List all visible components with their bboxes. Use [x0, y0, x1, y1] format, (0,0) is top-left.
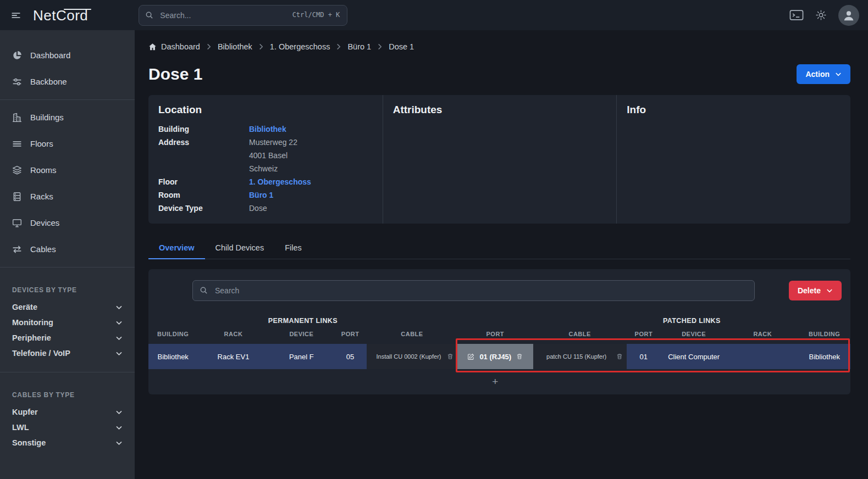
- sidebar-item-label: Dashboard: [30, 49, 70, 62]
- sidebar-item-devices[interactable]: Devices: [0, 210, 135, 236]
- add-patch-button[interactable]: +: [486, 374, 504, 389]
- cell-cable-left[interactable]: Install CU 0002 (Kupfer): [367, 344, 457, 369]
- chevron-down-icon: [826, 287, 833, 294]
- search-icon: [200, 286, 208, 294]
- sidebar-group-peripherie[interactable]: Peripherie: [0, 330, 135, 346]
- edit-icon[interactable]: [467, 353, 474, 360]
- sidebar-section-devices-by-type: DEVICES BY TYPE: [0, 272, 135, 299]
- col-building-right: BUILDING: [798, 326, 850, 344]
- sidebar-item-buildings[interactable]: Buildings: [0, 104, 135, 131]
- sidebar: Dashboard Backbone Buildings Floors R: [0, 30, 135, 479]
- building-link[interactable]: Bibliothek: [249, 122, 373, 136]
- sliders-icon: [12, 77, 22, 87]
- sidebar-item-label: Cables: [30, 243, 56, 256]
- sidebar-group-label: Telefonie / VoIP: [12, 349, 70, 358]
- breadcrumb-item-room[interactable]: Büro 1: [347, 42, 371, 51]
- trash-icon[interactable]: [616, 353, 623, 360]
- port-label: 01 (RJ45): [479, 353, 511, 361]
- col-cable-right: CABLE: [533, 326, 627, 344]
- attributes-panel: Attributes: [383, 95, 617, 224]
- chevron-down-icon: [115, 424, 123, 431]
- sidebar-item-floors[interactable]: Floors: [0, 131, 135, 157]
- sidebar-group-sonstige[interactable]: Sonstige: [0, 435, 135, 450]
- sidebar-item-cables[interactable]: Cables: [0, 236, 135, 263]
- cell-cable-right[interactable]: patch CU 115 (Kupfer): [533, 344, 627, 369]
- sidebar-group-label: Kupfer: [12, 408, 38, 416]
- action-button[interactable]: Action: [797, 64, 850, 84]
- chevron-right-icon: [335, 43, 342, 50]
- tab-overview[interactable]: Overview: [148, 238, 205, 259]
- topbar: NetCord Ctrl/CMD + K: [0, 0, 868, 30]
- global-search-input[interactable]: [139, 5, 347, 26]
- terminal-icon: [789, 9, 804, 21]
- sidebar-group-kupfer[interactable]: Kupfer: [0, 404, 135, 420]
- tab-files[interactable]: Files: [274, 238, 312, 259]
- cell-port-right: 01: [627, 344, 661, 369]
- room-label: Room: [158, 188, 249, 202]
- attributes-title: Attributes: [393, 104, 607, 116]
- sidebar-item-label: Buildings: [30, 111, 64, 124]
- address-label: Address: [158, 136, 249, 149]
- sidebar-item-racks[interactable]: Racks: [0, 183, 135, 210]
- cell-port-left: 05: [334, 344, 367, 369]
- group-permanent-links: PERMANENT LINKS: [148, 312, 457, 326]
- sidebar-group-geraete[interactable]: Geräte: [0, 299, 135, 315]
- brand-logo[interactable]: NetCord: [33, 8, 88, 23]
- tab-child-devices[interactable]: Child Devices: [205, 238, 275, 259]
- room-link[interactable]: Büro 1: [249, 188, 373, 202]
- monitor-icon: [12, 218, 22, 228]
- column-header-row: BUILDING RACK DEVICE PORT CABLE PORT CAB…: [148, 326, 850, 344]
- info-panel: Info: [616, 95, 850, 224]
- terminal-button[interactable]: [789, 9, 804, 21]
- info-title: Info: [627, 104, 841, 116]
- arrows-exchange-icon: [12, 244, 22, 254]
- sidebar-group-monitoring[interactable]: Monitoring: [0, 315, 135, 330]
- links-search-input[interactable]: [192, 280, 755, 301]
- page-title: Dose 1: [148, 65, 202, 83]
- breadcrumb-item-floor[interactable]: 1. Obergeschoss: [270, 42, 330, 51]
- breadcrumb-item-building[interactable]: Bibliothek: [218, 42, 252, 51]
- floor-label: Floor: [158, 175, 249, 188]
- tab-bar: Overview Child Devices Files: [148, 238, 850, 259]
- sidebar-item-backbone[interactable]: Backbone: [0, 69, 135, 95]
- location-title: Location: [158, 104, 373, 116]
- delete-button[interactable]: Delete: [789, 281, 842, 300]
- main-content: Dashboard Bibliothek 1. Obergeschoss Bür…: [135, 30, 868, 479]
- theme-toggle-button[interactable]: [816, 10, 826, 20]
- col-rack-right: RACK: [727, 326, 798, 344]
- sidebar-item-rooms[interactable]: Rooms: [0, 157, 135, 183]
- sidebar-toggle-button[interactable]: [7, 6, 25, 25]
- pie-chart-icon: [12, 51, 22, 60]
- trash-icon[interactable]: [516, 353, 523, 360]
- breadcrumb-item-dashboard[interactable]: Dashboard: [148, 42, 200, 51]
- cell-rack-left: Rack EV1: [197, 344, 269, 369]
- col-port-center: PORT: [457, 326, 533, 344]
- chevron-down-icon: [115, 335, 123, 342]
- page-header: Dose 1 Action: [148, 64, 850, 84]
- sidebar-group-telefonie[interactable]: Telefonie / VoIP: [0, 346, 135, 361]
- building-label: Building: [158, 122, 249, 136]
- chevron-right-icon: [377, 43, 383, 50]
- avatar[interactable]: [838, 5, 859, 26]
- list-icon: [12, 139, 22, 149]
- rack-icon: [12, 192, 22, 202]
- floor-link[interactable]: 1. Obergeschoss: [249, 175, 373, 188]
- trash-icon[interactable]: [447, 353, 454, 360]
- breadcrumb-item-current: Dose 1: [389, 42, 414, 51]
- sidebar-group-lwl[interactable]: LWL: [0, 420, 135, 435]
- address-line-2: 4001 Basel: [249, 149, 373, 162]
- cell-port-center[interactable]: 01 (RJ45): [457, 344, 533, 369]
- sidebar-item-label: Rooms: [30, 164, 57, 177]
- chevron-down-icon: [835, 71, 842, 77]
- sidebar-divider: [0, 267, 135, 268]
- col-rack-left: RACK: [197, 326, 269, 344]
- building-icon: [12, 113, 22, 122]
- home-icon: [148, 43, 157, 51]
- user-icon: [842, 9, 855, 22]
- chevron-right-icon: [206, 43, 212, 50]
- sidebar-item-dashboard[interactable]: Dashboard: [0, 42, 135, 69]
- layers-icon: [12, 165, 22, 175]
- sun-icon: [816, 10, 826, 20]
- chevron-down-icon: [115, 409, 123, 416]
- table-row[interactable]: Bibliothek Rack EV1 Panel F 05 Install C…: [148, 344, 850, 369]
